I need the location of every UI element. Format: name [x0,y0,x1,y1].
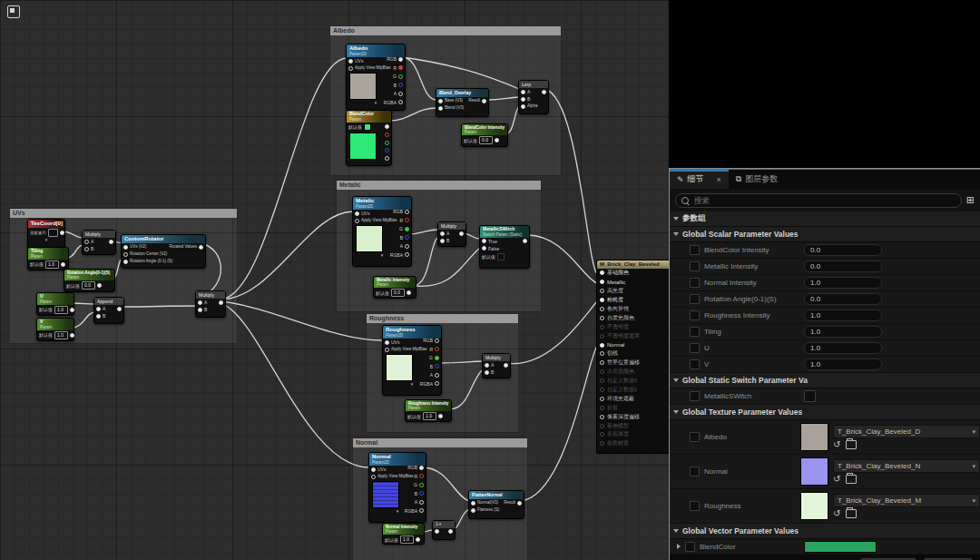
material-result-node[interactable]: M_Brick_Clay_Beveled 基础颜色 Metallic 高光度 粗… [596,260,674,454]
comment-title[interactable]: Roughness [367,314,518,323]
node-metallic-switch[interactable]: MetallicSWitchSwitch Param (Static) True… [479,225,530,269]
node-multiply-uv[interactable]: Multiply A B [82,230,116,255]
input-pin-mipbias[interactable] [348,66,353,71]
node-flatten-normal[interactable]: FlattenNormal Normal(V3)Result Flatness … [468,490,524,519]
node-blend-overlay[interactable]: Blend_Overlay Base (V3)Result Blend (V3) [436,88,489,117]
default-value[interactable]: 1.0 [54,331,68,339]
output-pin[interactable] [438,414,443,418]
texture-thumbnail[interactable] [800,457,828,486]
output-pin-g[interactable] [385,141,389,145]
section-texture-params[interactable]: Global Texture Parameter Values [670,405,980,420]
override-checkbox[interactable] [690,245,700,255]
texture-thumbnail[interactable] [800,492,828,520]
output-pin[interactable] [542,90,546,94]
input-pin-metallic[interactable] [600,280,604,284]
asset-dropdown[interactable]: T_Brick_Clay_Beveled_D▾ [833,425,980,438]
input-pin-b[interactable] [96,314,101,319]
input-pin-mipbias[interactable] [385,348,389,352]
output-pin-g[interactable] [398,74,403,79]
output-pin-rgb[interactable] [419,466,424,470]
output-pin[interactable] [61,262,65,267]
input-pin-anisotropy[interactable] [600,307,604,311]
input-pin-emissive[interactable] [600,316,604,320]
node-roughness-intensity[interactable]: Roughness IntensityParam 默认值1.0 [405,399,452,422]
use-selected-asset-icon[interactable]: ↺ [833,440,840,449]
node-append[interactable]: Append A B [93,297,124,324]
input-pin-rotation-center[interactable] [123,252,128,257]
material-graph-canvas[interactable]: UVs Albedo Metalic Roughness Normal [0,0,669,560]
comment-title[interactable]: UVs [10,209,237,218]
default-value[interactable]: 0.0 [82,281,95,290]
input-pin-mipbias[interactable] [355,219,359,223]
default-value[interactable]: 1.0 [45,260,59,269]
override-checkbox[interactable] [690,278,700,288]
output-pin[interactable] [117,307,122,311]
output-pin-rgba[interactable] [435,381,439,386]
output-pin[interactable] [495,138,499,142]
input-pin-roughness[interactable] [600,298,604,302]
expander-icon[interactable] [677,544,681,549]
node-u-param[interactable]: UParam 默认值1.0 [36,292,74,316]
output-pin-b[interactable] [405,235,409,240]
default-value[interactable]: 0.0 [391,289,405,297]
color-swatch[interactable] [364,123,371,131]
default-value[interactable]: 1.0 [54,306,68,314]
input-pin-b[interactable] [84,247,89,251]
output-pin-g[interactable] [435,356,439,360]
param-value-field[interactable]: 1.0 [804,326,882,338]
input-pin-a[interactable] [485,363,489,368]
node-normal-texture[interactable]: NormalParam2D UVs Apply View MipBias RGB… [368,452,426,523]
input-pin-a[interactable] [521,90,525,94]
input-pin-ao[interactable] [600,397,604,401]
asset-dropdown[interactable]: T_Brick_Clay_Beveled_M▾ [833,494,980,507]
section-scalar-params[interactable]: Global Scalar Parameter Values [670,227,980,242]
input-pin-mipbias[interactable] [371,475,376,479]
input-pin[interactable] [435,529,439,534]
input-pin-normal[interactable] [471,501,475,506]
output-pin-r[interactable] [385,133,389,137]
override-checkbox[interactable] [690,294,700,304]
input-pin-normal[interactable] [600,343,604,348]
input-pin-uvs[interactable] [371,467,376,472]
output-pin-r[interactable] [435,347,439,351]
override-checkbox[interactable] [690,432,700,442]
node-multiply-roughness[interactable]: Multiply A B [482,353,511,378]
override-checkbox[interactable] [685,542,695,552]
param-value-field[interactable]: 1.0 [804,342,882,354]
input-pin-a[interactable] [84,240,89,244]
node-metalic-texture[interactable]: MetalicParam2D UVs Apply View MipBias RG… [352,196,412,267]
param-value-field[interactable]: 1.0 [804,359,882,370]
input-pin-b[interactable] [521,97,525,102]
output-pin[interactable] [482,99,486,103]
tab-layer-params[interactable]: ⧉ 图层参数 [729,170,785,189]
output-pin-a[interactable] [405,244,409,249]
output-pin-r[interactable] [405,218,409,222]
input-pin-uvs[interactable] [385,340,389,345]
param-value-field[interactable]: 1.0 [804,309,882,321]
override-checkbox[interactable] [690,343,700,353]
browse-to-asset-icon[interactable] [846,509,857,518]
output-pin-g[interactable] [405,227,409,231]
switch-value-checkbox[interactable] [804,390,816,402]
output-pin[interactable] [523,239,527,243]
output-pin[interactable] [70,308,74,312]
close-icon[interactable]: × [717,175,721,184]
node-custom-rotator[interactable]: CustomRotator UVs (V2)Rotated Values Rot… [121,234,206,269]
default-value[interactable]: 1.0 [423,412,436,420]
node-v-param[interactable]: VParam 默认值1.0 [36,318,74,341]
output-pin-b[interactable] [385,148,389,152]
input-pin-a[interactable] [96,307,101,311]
browse-to-asset-icon[interactable] [846,475,857,484]
param-value-field[interactable]: 0.0 [804,260,882,272]
param-value-field[interactable]: 1.0 [804,277,882,289]
input-pin-flatness[interactable] [471,508,475,513]
output-pin-r[interactable] [398,65,403,70]
input-pin-pixel-depth-offset[interactable] [600,415,604,419]
comment-title[interactable]: Albedo [330,26,561,35]
output-pin-rgba[interactable] [419,508,424,513]
output-pin[interactable] [60,231,64,235]
input-pin-tangent[interactable] [600,351,604,356]
node-multiply-metallic[interactable]: Multiply A B [437,221,466,247]
output-pin[interactable] [97,283,102,288]
override-checkbox[interactable] [690,501,700,511]
